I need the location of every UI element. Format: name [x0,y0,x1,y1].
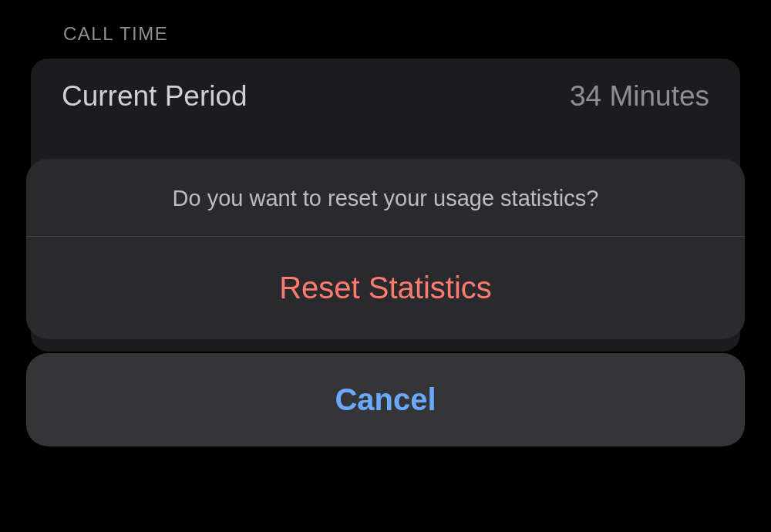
cancel-button[interactable]: Cancel [26,353,745,446]
action-sheet-panel: Do you want to reset your usage statisti… [26,159,745,339]
section-header-call-time: CALL TIME [31,23,740,45]
current-period-label: Current Period [62,80,247,113]
action-sheet-message: Do you want to reset your usage statisti… [26,159,745,237]
current-period-row[interactable]: Current Period 34 Minutes [62,80,709,113]
current-period-value: 34 Minutes [570,80,709,113]
action-sheet: Do you want to reset your usage statisti… [26,159,745,446]
reset-statistics-button[interactable]: Reset Statistics [26,237,745,339]
